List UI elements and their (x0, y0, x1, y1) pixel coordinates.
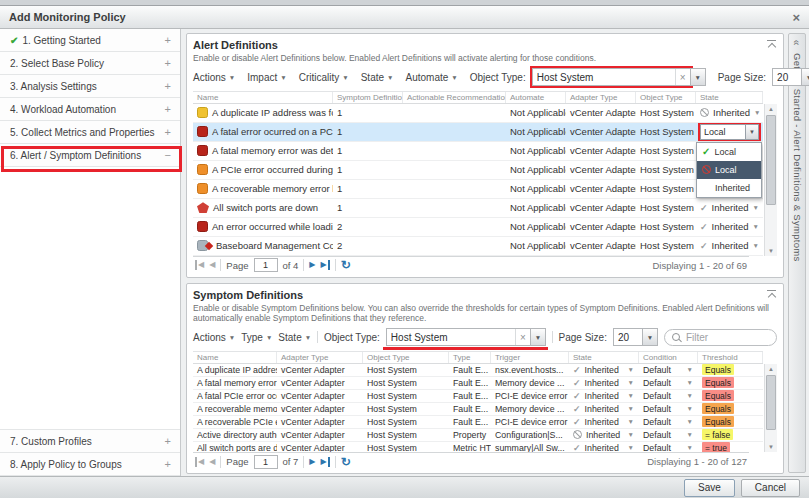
type-menu[interactable]: Type▼ (241, 332, 272, 343)
expand-panel-icon[interactable]: « (792, 40, 803, 46)
prev-page-icon[interactable]: ◀ (209, 260, 215, 270)
object-type-input[interactable] (533, 69, 675, 85)
column-header-name[interactable]: Name (193, 352, 277, 363)
expander-icon[interactable]: + (165, 103, 171, 115)
chevron-down-icon[interactable]: ▼ (628, 392, 635, 399)
expander-icon[interactable]: + (165, 57, 171, 69)
collapse-panel-icon[interactable] (766, 290, 777, 300)
clear-icon[interactable]: × (515, 329, 530, 345)
column-header-object-type[interactable]: Object Type (363, 352, 449, 363)
first-page-icon[interactable]: ◀ (195, 260, 204, 270)
column-header-trigger[interactable]: Trigger (491, 352, 569, 363)
vertical-scrollbar[interactable]: ▲ ▼ (764, 104, 777, 256)
column-header-adapter-type[interactable]: Adapter Type (566, 92, 636, 103)
table-row[interactable]: Active directory authe...vCenter Adapter… (193, 429, 763, 442)
table-row[interactable]: A duplicate IP addres...vCenter AdapterH… (193, 364, 763, 377)
vertical-scrollbar[interactable]: ▲ ▼ (764, 364, 777, 452)
cancel-button[interactable]: Cancel (741, 479, 800, 497)
chevron-down-icon[interactable]: ▼ (687, 379, 694, 386)
scroll-up-icon[interactable]: ▲ (765, 364, 777, 374)
column-header-object-type[interactable]: Object Type (636, 92, 696, 103)
column-header-adapter-type[interactable]: Adapter Type (277, 352, 363, 363)
expander-icon[interactable]: + (165, 80, 171, 92)
chevron-down-icon[interactable]: ▼ (628, 379, 635, 386)
actions-menu[interactable]: Actions▼ (193, 332, 235, 343)
chevron-down-icon[interactable]: ▼ (628, 418, 635, 425)
combo-dropdown-button[interactable]: ▼ (802, 68, 809, 86)
scroll-down-icon[interactable]: ▼ (765, 246, 777, 256)
table-row[interactable]: Baseboard Management Control...2Not Appl… (193, 237, 763, 256)
collapse-panel-icon[interactable] (766, 40, 777, 50)
automate-menu[interactable]: Automate▼ (405, 72, 457, 83)
combo-dropdown-button[interactable]: ▼ (745, 124, 759, 140)
sidebar-item----getting-started[interactable]: ✔1. Getting Started+ (0, 29, 180, 52)
first-page-icon[interactable]: ◀ (195, 457, 204, 467)
refresh-icon[interactable]: ↻ (341, 259, 351, 271)
table-row[interactable]: A fatal error ocurred on a PCIe bus d...… (193, 123, 763, 142)
column-header-threshold[interactable]: Threshold (698, 352, 763, 363)
dropdown-option-local[interactable]: Local (697, 161, 761, 179)
next-page-icon[interactable]: ▶ (309, 457, 315, 467)
column-header-actionable-recommendations[interactable]: Actionable Recommendations (403, 92, 506, 103)
table-row[interactable]: A fatal memory error was detected at...1… (193, 142, 763, 161)
table-row[interactable]: A recoverable PCIe er...vCenter AdapterH… (193, 416, 763, 429)
chevron-down-icon[interactable]: ▼ (687, 405, 694, 412)
state-menu[interactable]: State▼ (361, 72, 394, 83)
combo-dropdown-button[interactable]: ▼ (643, 328, 658, 346)
column-header-symptom-definitions[interactable]: Symptom Definitions (333, 92, 403, 103)
state-menu[interactable]: State▼ (278, 332, 311, 343)
clear-icon[interactable]: × (675, 69, 690, 85)
column-header-condition[interactable]: Condition (639, 352, 698, 363)
sidebar-item----workload-automation[interactable]: 4. Workload Automation+ (0, 98, 180, 121)
prev-page-icon[interactable]: ◀ (209, 457, 215, 467)
combo-dropdown-button[interactable]: ▼ (691, 68, 706, 86)
last-page-icon[interactable]: ▶ (321, 260, 330, 270)
sidebar-item----custom-profiles[interactable]: 7. Custom Profiles+ (0, 430, 180, 453)
sidebar-item----analysis-settings[interactable]: 3. Analysis Settings+ (0, 75, 180, 98)
sidebar-item----select-base-policy[interactable]: 2. Select Base Policy+ (0, 52, 180, 75)
filter-box[interactable]: Filter (664, 329, 777, 346)
column-header-automate[interactable]: Automate (506, 92, 566, 103)
chevron-down-icon[interactable]: ▼ (687, 431, 694, 438)
dropdown-option-inherited[interactable]: Inherited (697, 179, 761, 197)
scroll-up-icon[interactable]: ▲ (765, 104, 777, 114)
combo-dropdown-button[interactable]: ▼ (531, 328, 546, 346)
expander-icon[interactable]: − (165, 149, 171, 161)
page-size-input[interactable] (614, 329, 642, 345)
scrollbar-thumb[interactable] (766, 115, 776, 205)
expander-icon[interactable]: + (165, 458, 171, 470)
scroll-down-icon[interactable]: ▼ (765, 442, 777, 452)
table-row[interactable]: A fatal PCIe error occ...vCenter Adapter… (193, 390, 763, 403)
column-header-state[interactable]: State (569, 352, 639, 363)
column-header-state[interactable]: State (696, 92, 763, 103)
refresh-icon[interactable]: ↻ (341, 456, 351, 468)
chevron-down-icon[interactable]: ▼ (753, 242, 760, 249)
page-number-input[interactable] (254, 455, 278, 469)
table-row[interactable]: All switch ports are down1Not Applicable… (193, 199, 763, 218)
table-row[interactable]: A PCIe error occurred during system...1N… (193, 161, 763, 180)
chevron-down-icon[interactable]: ▼ (687, 366, 694, 373)
table-row[interactable]: A fatal memory error o...vCenter Adapter… (193, 377, 763, 390)
sidebar-item----collect-metrics-and-properties[interactable]: 5. Collect Metrics and Properties+ (0, 121, 180, 144)
next-page-icon[interactable]: ▶ (309, 260, 315, 270)
chevron-down-icon[interactable]: ▼ (687, 418, 694, 425)
scrollbar-thumb[interactable] (766, 375, 776, 430)
chevron-down-icon[interactable]: ▼ (628, 431, 635, 438)
close-icon[interactable]: × (792, 11, 800, 24)
table-row[interactable]: A recoverable memor...vCenter AdapterHos… (193, 403, 763, 416)
chevron-down-icon[interactable]: ▼ (628, 405, 635, 412)
save-button[interactable]: Save (684, 479, 735, 497)
chevron-down-icon[interactable]: ▼ (628, 444, 635, 451)
page-number-input[interactable] (254, 258, 278, 272)
object-type-input[interactable] (387, 329, 515, 345)
chevron-down-icon[interactable]: ▼ (687, 392, 694, 399)
chevron-down-icon[interactable]: ▼ (753, 204, 760, 211)
table-row[interactable]: All switch ports are do...vCenter Adapte… (193, 442, 763, 452)
chevron-down-icon[interactable]: ▼ (754, 109, 761, 116)
actions-menu[interactable]: Actions▼ (193, 72, 235, 83)
sidebar-item----alert---symptom-definitions[interactable]: 6. Alert / Symptom Definitions− (0, 144, 180, 167)
chevron-down-icon[interactable]: ▼ (628, 366, 635, 373)
sidebar-item----apply-policy-to-groups[interactable]: 8. Apply Policy to Groups+ (0, 453, 180, 476)
expander-icon[interactable]: + (165, 126, 171, 138)
table-row[interactable]: A recoverable memory error has occ...1No… (193, 180, 763, 199)
